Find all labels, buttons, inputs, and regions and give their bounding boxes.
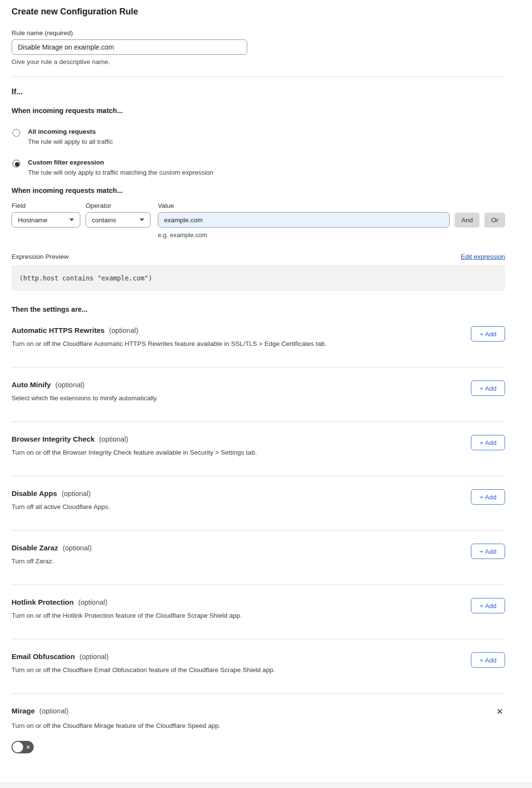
setting-optional-label: (optional)	[99, 435, 128, 443]
setting-description: Turn on or off the Browser Integrity Che…	[12, 449, 257, 456]
radio-description: The rule will only apply to traffic matc…	[28, 169, 213, 176]
expression-code-block: (http.host contains "example.com")	[12, 265, 505, 291]
setting-optional-label: (optional)	[63, 544, 91, 552]
radio-label: Custom filter expression	[28, 159, 213, 166]
value-label: Value	[158, 202, 450, 209]
value-input[interactable]	[158, 212, 450, 228]
page-title: Create new Configuration Rule	[12, 7, 505, 17]
setting-description: Turn on or off the Cloudflare Automatic …	[12, 340, 327, 347]
chevron-down-icon	[69, 218, 74, 221]
operator-label: Operator	[86, 202, 151, 209]
field-label: Field	[12, 202, 80, 209]
rule-name-input[interactable]	[12, 39, 247, 55]
setting-description: Turn off Zaraz.	[12, 558, 92, 565]
setting-description: Turn on or off the Cloudflare Email Obfu…	[12, 666, 275, 674]
value-hint: e.g. example.com	[158, 231, 505, 239]
radio-unselected-icon[interactable]	[13, 129, 20, 137]
setting-optional-label: (optional)	[55, 381, 84, 389]
edit-expression-link[interactable]: Edit expression	[461, 253, 505, 260]
setting-title: Automatic HTTPS Rewrites	[12, 326, 104, 334]
setting-section-email-obfuscation: Email Obfuscation (optional) Turn on or …	[12, 639, 505, 694]
setting-description: Select which file extensions to minify a…	[12, 394, 158, 402]
setting-optional-label: (optional)	[62, 490, 90, 497]
setting-title: Disable Apps	[12, 489, 57, 497]
add-button[interactable]: + Add	[471, 435, 505, 450]
match-heading: When incoming requests match...	[12, 107, 505, 114]
setting-section-mirage: Mirage (optional) ✕ Turn on or off the C…	[12, 694, 505, 762]
rule-name-label: Rule name (required)	[12, 29, 505, 37]
add-button[interactable]: + Add	[471, 598, 505, 613]
toggle-off-x-icon: ✕	[26, 745, 30, 750]
configuration-rule-form: Create new Configuration Rule Rule name …	[0, 0, 532, 783]
setting-optional-label: (optional)	[39, 707, 68, 715]
field-select-value: Hostname	[18, 216, 48, 224]
setting-section-disable-zaraz: Disable Zaraz (optional) Turn off Zaraz.…	[12, 531, 505, 585]
radio-label: All incoming requests	[28, 128, 113, 135]
field-select[interactable]: Hostname	[12, 212, 80, 228]
section-divider	[12, 76, 505, 77]
setting-title: Email Obfuscation	[12, 652, 75, 661]
expression-builder-row: Field Hostname Operator contains Value A…	[12, 202, 505, 228]
setting-section-disable-apps: Disable Apps (optional) Turn off all act…	[12, 476, 505, 531]
setting-title: Mirage	[12, 707, 35, 715]
then-settings-heading: Then the settings are...	[12, 305, 505, 313]
add-button[interactable]: + Add	[471, 326, 505, 342]
or-button[interactable]: Or	[484, 213, 505, 228]
setting-title: Disable Zaraz	[12, 544, 58, 552]
expression-match-heading: When incoming requests match...	[12, 187, 505, 194]
setting-optional-label: (optional)	[79, 653, 108, 661]
expression-preview-label: Expression Preview	[12, 253, 69, 260]
setting-section-auto-minify: Auto Minify (optional) Select which file…	[12, 368, 505, 422]
rule-name-helper: Give your rule a descriptive name.	[12, 58, 505, 65]
setting-title: Browser Integrity Check	[12, 435, 95, 443]
footer-strip	[0, 783, 532, 788]
and-button[interactable]: And	[455, 213, 480, 228]
add-button[interactable]: + Add	[471, 381, 505, 396]
radio-description: The rule will apply to all traffic	[28, 138, 113, 145]
setting-title: Hotlink Protection	[12, 598, 74, 606]
operator-select[interactable]: contains	[86, 212, 151, 228]
setting-section-automatic-https-rewrites: Automatic HTTPS Rewrites (optional) Turn…	[12, 313, 505, 368]
radio-selected-icon[interactable]	[13, 160, 20, 167]
mirage-toggle[interactable]: ✕	[12, 741, 34, 753]
setting-optional-label: (optional)	[78, 598, 107, 606]
if-heading: If...	[12, 88, 505, 96]
add-button[interactable]: + Add	[471, 489, 505, 505]
setting-description: Turn on or off the Cloudflare Mirage fea…	[12, 722, 505, 729]
add-button[interactable]: + Add	[471, 652, 505, 668]
toggle-knob	[13, 742, 23, 752]
operator-select-value: contains	[92, 216, 116, 224]
setting-optional-label: (optional)	[109, 327, 138, 334]
setting-description: Turn off all active Cloudflare Apps.	[12, 503, 110, 510]
add-button[interactable]: + Add	[471, 544, 505, 559]
radio-all-incoming-requests[interactable]: All incoming requests The rule will appl…	[12, 128, 505, 145]
setting-section-hotlink-protection: Hotlink Protection (optional) Turn on or…	[12, 585, 505, 639]
radio-custom-filter-expression[interactable]: Custom filter expression The rule will o…	[12, 159, 505, 176]
chevron-down-icon	[139, 218, 144, 221]
setting-description: Turn on or off the Hotlink Protection fe…	[12, 612, 242, 619]
setting-section-browser-integrity-check: Browser Integrity Check (optional) Turn …	[12, 422, 505, 476]
close-icon[interactable]: ✕	[494, 707, 505, 717]
setting-title: Auto Minify	[12, 381, 51, 389]
